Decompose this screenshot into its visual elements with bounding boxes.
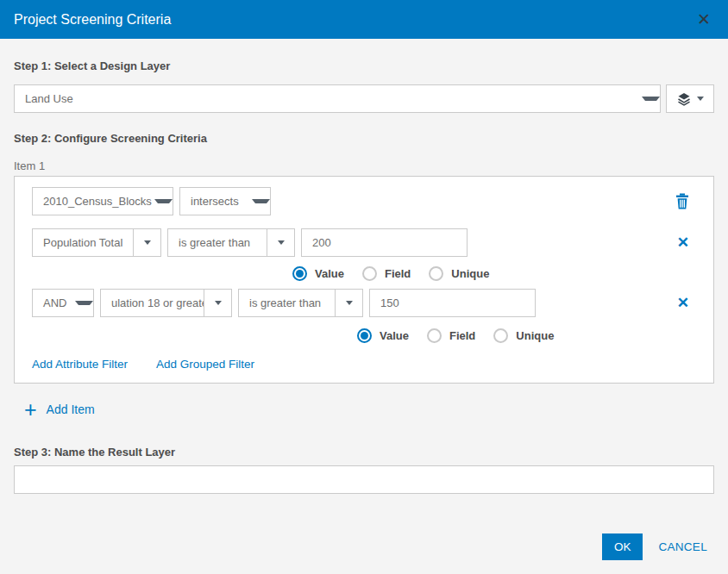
remove-filter1-icon[interactable]: ✕ [677, 235, 689, 250]
attribute-filter-row: AND ulation 18 or greater is greater tha… [32, 289, 696, 317]
filter-links-row: Add Attribute Filter Add Grouped Filter [32, 358, 696, 371]
step2-label: Step 2: Configure Screening Criteria [14, 132, 714, 145]
spatial-operator-value: intersects [180, 195, 252, 208]
trash-icon [675, 193, 689, 209]
filter2-logic-select[interactable]: AND [32, 289, 94, 317]
filter1-radio-field[interactable]: Field [362, 266, 411, 281]
item-label: Item 1 [14, 159, 714, 172]
radio-unselected-icon [427, 328, 442, 343]
add-attribute-filter-link[interactable]: Add Attribute Filter [32, 358, 128, 371]
filter1-operator-select[interactable]: is greater than [167, 228, 295, 257]
filter2-field-value: ulation 18 or greater [101, 296, 204, 309]
dialog-footer: OK CANCEL [602, 533, 707, 560]
radio-selected-icon [292, 266, 307, 281]
project-screening-criteria-dialog: Project Screening Criteria ✕ Step 1: Sel… [0, 0, 728, 574]
design-layer-select[interactable]: Land Use [14, 84, 661, 113]
result-layer-name-input[interactable] [14, 465, 714, 494]
chevron-down-icon [215, 301, 222, 305]
filter-layer-value: 2010_Census_Blocks [33, 195, 154, 208]
filter2-logic-value: AND [33, 296, 75, 309]
screening-item-box: 2010_Census_Blocks intersects [14, 176, 714, 384]
spatial-operator-select[interactable]: intersects [179, 187, 271, 215]
radio-unselected-icon [493, 328, 508, 343]
cancel-button[interactable]: CANCEL [658, 540, 707, 553]
filter1-value-input[interactable] [301, 228, 468, 257]
dialog-body: Step 1: Select a Design Layer Land Use S… [0, 59, 728, 494]
filter2-radio-field[interactable]: Field [427, 328, 475, 343]
filter2-operator-value: is greater than [239, 296, 335, 309]
add-item-button[interactable]: + Add Item [14, 401, 714, 418]
radio-selected-icon [357, 328, 372, 343]
design-layer-row: Land Use [14, 84, 714, 113]
close-icon[interactable]: ✕ [693, 9, 714, 29]
filter2-radio-unique[interactable]: Unique [493, 328, 554, 343]
layer-options-button[interactable] [666, 84, 714, 113]
radio-unselected-icon [429, 266, 443, 281]
attribute-filter-row: Population Total is greater than ✕ [32, 228, 696, 257]
filter-layer-select[interactable]: 2010_Census_Blocks [32, 187, 173, 215]
filter1-radio-unique[interactable]: Unique [429, 266, 489, 281]
add-item-label: Add Item [47, 402, 95, 416]
filter1-mode-radios: Value Field Unique [292, 265, 696, 282]
design-layer-value: Land Use [15, 92, 642, 105]
add-grouped-filter-link[interactable]: Add Grouped Filter [156, 358, 254, 371]
dialog-header: Project Screening Criteria ✕ [0, 0, 728, 39]
chevron-down-icon [642, 97, 660, 101]
filter1-field-select[interactable]: Population Total [32, 228, 161, 257]
remove-filter2-icon[interactable]: ✕ [677, 296, 689, 310]
filter2-value-input[interactable] [369, 289, 536, 317]
chevron-down-icon [697, 97, 704, 101]
step3-label: Step 3: Name the Result Layer [14, 446, 714, 459]
filter1-field-value: Population Total [33, 236, 133, 249]
filter2-field-select[interactable]: ulation 18 or greater [100, 289, 232, 317]
chevron-down-icon [144, 240, 151, 245]
filter1-operator-value: is greater than [168, 236, 267, 249]
chevron-down-icon [346, 301, 353, 305]
chevron-down-icon [154, 199, 173, 203]
plus-icon: + [24, 401, 37, 418]
dialog-title: Project Screening Criteria [14, 12, 171, 28]
filter1-radio-value[interactable]: Value [292, 266, 344, 281]
filter2-mode-radios: Value Field Unique [357, 328, 696, 344]
delete-item-button[interactable] [675, 193, 689, 209]
chevron-down-icon [252, 199, 270, 203]
radio-unselected-icon [362, 266, 377, 281]
filter2-operator-select[interactable]: is greater than [238, 289, 363, 317]
chevron-down-icon [278, 240, 285, 245]
ok-button[interactable]: OK [602, 533, 643, 560]
layers-icon [677, 92, 691, 106]
step1-label: Step 1: Select a Design Layer [14, 59, 714, 72]
filter2-radio-value[interactable]: Value [357, 328, 409, 343]
chevron-down-icon [75, 301, 93, 305]
spatial-filter-row: 2010_Census_Blocks intersects [32, 187, 696, 215]
